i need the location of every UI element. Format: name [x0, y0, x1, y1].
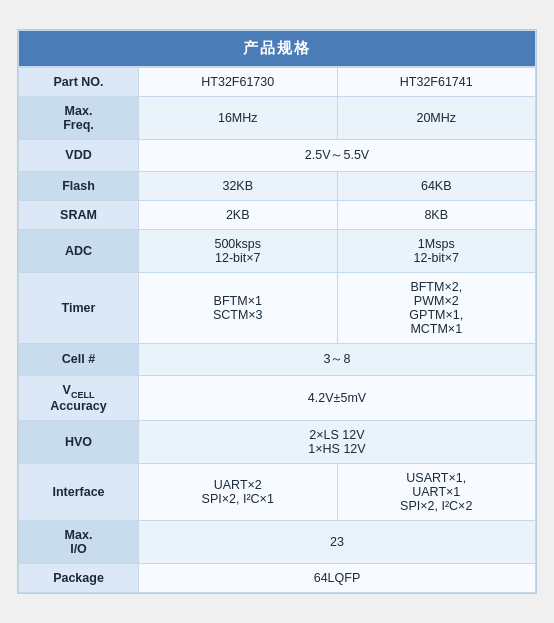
row-data-col2: BFTM×2,PWM×2GPTM×1,MCTM×1 — [337, 272, 536, 343]
row-data-col1: 500ksps12-bit×7 — [139, 229, 338, 272]
row-label: Flash — [19, 171, 139, 200]
row-data-col2: 20MHz — [337, 96, 536, 139]
row-data-col1: 16MHz — [139, 96, 338, 139]
row-data-span: 2×LS 12V1×HS 12V — [139, 421, 536, 464]
table-row: ADC500ksps12-bit×71Msps12-bit×7 — [19, 229, 536, 272]
table-row: Max.I/O23 — [19, 521, 536, 564]
table-row: VCELLAccuracy4.2V±5mV — [19, 375, 536, 421]
row-data-col1: 32KB — [139, 171, 338, 200]
row-data-col2: 1Msps12-bit×7 — [337, 229, 536, 272]
row-data-col2: USART×1,UART×1SPI×2, I²C×2 — [337, 464, 536, 521]
row-label: Package — [19, 564, 139, 593]
table-row: Part NO.HT32F61730HT32F61741 — [19, 67, 536, 96]
table-row: VDD2.5V～5.5V — [19, 139, 536, 171]
row-data-col1: HT32F61730 — [139, 67, 338, 96]
table-row: Flash32KB64KB — [19, 171, 536, 200]
row-label: HVO — [19, 421, 139, 464]
row-data-span: 2.5V～5.5V — [139, 139, 536, 171]
table-row: Package64LQFP — [19, 564, 536, 593]
row-label: VCELLAccuracy — [19, 375, 139, 421]
row-label: SRAM — [19, 200, 139, 229]
row-data-span: 3～8 — [139, 343, 536, 375]
row-label: Max.Freq. — [19, 96, 139, 139]
table-row: HVO2×LS 12V1×HS 12V — [19, 421, 536, 464]
row-data-span: 64LQFP — [139, 564, 536, 593]
row-label: Timer — [19, 272, 139, 343]
row-label: Part NO. — [19, 67, 139, 96]
row-data-col1: BFTM×1SCTM×3 — [139, 272, 338, 343]
table-row: InterfaceUART×2SPI×2, I²C×1USART×1,UART×… — [19, 464, 536, 521]
row-label: Cell # — [19, 343, 139, 375]
row-data-col2: 8KB — [337, 200, 536, 229]
table-row: TimerBFTM×1SCTM×3BFTM×2,PWM×2GPTM×1,MCTM… — [19, 272, 536, 343]
table-row: Max.Freq.16MHz20MHz — [19, 96, 536, 139]
product-spec-table: 产品规格 Part NO.HT32F61730HT32F61741Max.Fre… — [17, 29, 537, 595]
row-data-span: 23 — [139, 521, 536, 564]
row-label: ADC — [19, 229, 139, 272]
row-data-col1: 2KB — [139, 200, 338, 229]
table-title: 产品规格 — [19, 30, 536, 66]
table-row: SRAM2KB8KB — [19, 200, 536, 229]
row-data-col2: 64KB — [337, 171, 536, 200]
row-label: Max.I/O — [19, 521, 139, 564]
table-row: Cell #3～8 — [19, 343, 536, 375]
table-header: 产品规格 — [19, 30, 536, 66]
row-data-col1: UART×2SPI×2, I²C×1 — [139, 464, 338, 521]
row-data-col2: HT32F61741 — [337, 67, 536, 96]
row-data-span: 4.2V±5mV — [139, 375, 536, 421]
row-label: VDD — [19, 139, 139, 171]
row-label: Interface — [19, 464, 139, 521]
